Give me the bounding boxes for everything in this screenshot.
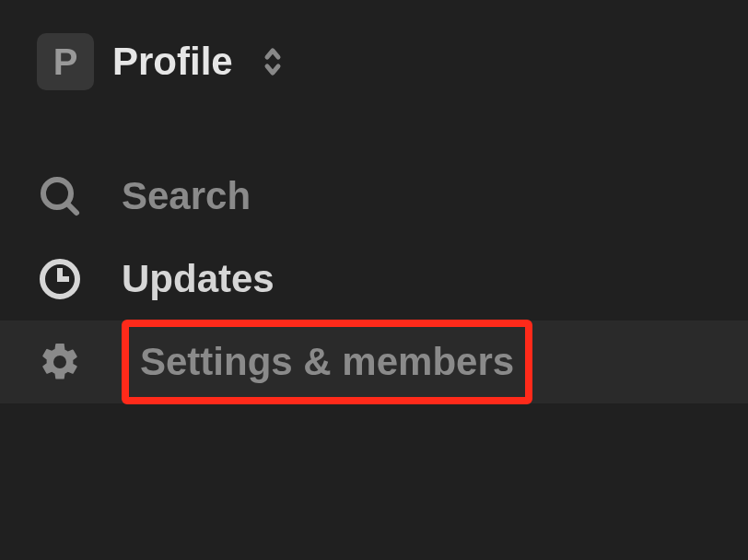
nav-label-settings: Settings & members (140, 340, 514, 384)
workspace-switcher[interactable]: P Profile (0, 26, 748, 98)
nav-item-settings[interactable]: Settings & members (0, 321, 748, 403)
clock-icon (37, 256, 83, 302)
nav-label-updates: Updates (122, 257, 275, 301)
chevron-up-down-icon (259, 46, 286, 77)
nav-label-search: Search (122, 174, 251, 218)
nav-item-search[interactable]: Search (0, 155, 748, 238)
search-icon (37, 173, 83, 219)
workspace-avatar: P (37, 33, 94, 90)
nav-item-updates[interactable]: Updates (0, 238, 748, 321)
workspace-name: Profile (112, 40, 233, 84)
highlight-annotation: Settings & members (122, 320, 532, 404)
sidebar: P Profile Search (0, 0, 748, 560)
nav-list: Search Updates Settings & members (0, 155, 748, 403)
gear-icon (37, 339, 83, 385)
workspace-avatar-letter: P (53, 41, 78, 83)
svg-line-1 (67, 204, 76, 213)
